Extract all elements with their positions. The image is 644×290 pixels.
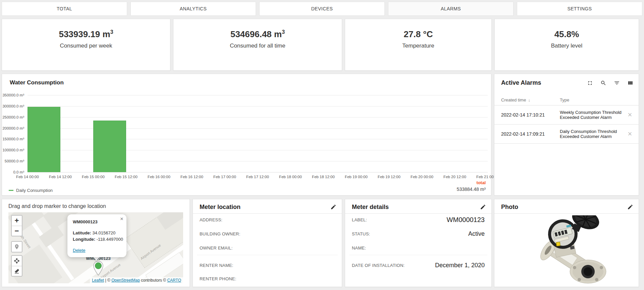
divider <box>494 213 639 214</box>
gridline <box>28 95 488 95</box>
alarm-row[interactable]: 2022-02-14 17:09:21 Daily Consumption Th… <box>494 124 639 144</box>
meter-details-title: Meter details <box>352 204 389 211</box>
column-created-time[interactable]: Created time↓ <box>501 97 560 102</box>
gridline <box>28 106 488 106</box>
tab-devices[interactable]: DEVICES <box>259 2 385 16</box>
y-axis-tick: 350000.0 m³ <box>2 93 24 97</box>
x-axis-tick: Feb 14 12:00 <box>49 175 72 179</box>
stat-card-consumed-week: 533939.19 m3 Consumed per week <box>2 19 170 71</box>
map-title: Drag and drop marker to change location <box>8 203 106 209</box>
alarms-table-header: Created time↓ Type <box>494 94 639 105</box>
consumption-bar <box>93 121 126 172</box>
carto-link[interactable]: CARTO <box>167 278 181 283</box>
alarm-type: Daily Consumption Threshold Exceeded Cus… <box>560 129 624 139</box>
openstreetmap-link[interactable]: OpenStreetMap <box>111 278 140 283</box>
x-axis-tick: Feb 20 12:00 <box>443 175 466 179</box>
alarm-time: 2022-02-14 17:09:21 <box>501 131 560 137</box>
zoom-out-button[interactable]: − <box>12 226 22 236</box>
stat-label: Consumed for all time <box>230 43 285 49</box>
photo-title: Photo <box>501 204 518 211</box>
tab-analytics[interactable]: ANALYTICS <box>130 2 256 16</box>
chart-title: Water Consumption <box>10 79 64 86</box>
chart-legend[interactable]: Daily Consumption <box>9 188 53 193</box>
map-block <box>39 225 64 247</box>
total-value: 533884.48 m³ <box>457 187 486 192</box>
value-date-of-installation: December 1, 2020 <box>435 262 485 269</box>
place-marker-icon[interactable] <box>12 242 22 252</box>
edit-icon[interactable] <box>480 204 486 210</box>
divider <box>197 255 338 255</box>
alarm-type: Weekly Consumption Threshold Exceeded Cu… <box>560 110 624 120</box>
divider <box>193 213 342 214</box>
search-icon[interactable] <box>600 80 606 86</box>
field-name: NAME: <box>352 245 366 250</box>
edit-icon[interactable] <box>627 204 633 210</box>
popup-close-icon[interactable]: × <box>120 216 123 222</box>
clear-alarm-icon[interactable]: × <box>624 130 636 138</box>
value-status: Active <box>468 230 485 237</box>
zoom-in-button[interactable]: + <box>12 216 22 226</box>
x-axis-tick: Feb 20 00:00 <box>411 175 433 179</box>
leaflet-link[interactable]: Leaflet <box>92 278 104 283</box>
tab-alarms[interactable]: ALARMS <box>388 2 514 16</box>
field-owner-email: OWNER EMAIL: <box>200 245 232 250</box>
meter-details-widget: Meter details LABEL: WM0000123 STATUS: A… <box>345 199 492 287</box>
stat-value: 27.8 °C <box>404 29 433 40</box>
stat-label: Consumed per week <box>60 43 112 49</box>
y-axis-tick: 250000.0 m³ <box>2 115 24 119</box>
eraser-icon[interactable] <box>12 266 22 276</box>
active-alarms-widget: Active Alarms Created time↓ Type 2022-02… <box>494 74 639 196</box>
x-axis-tick: Feb 15 00:00 <box>82 175 105 179</box>
water-meter-photo <box>520 215 614 284</box>
field-label: LABEL: <box>352 217 367 222</box>
divider <box>345 213 491 214</box>
move-marker-icon[interactable] <box>12 256 22 266</box>
column-type[interactable]: Type <box>560 97 569 102</box>
total-label: total <box>457 180 486 185</box>
y-axis-tick: 150000.0 m³ <box>2 137 24 141</box>
stat-label: Battery level <box>551 43 583 49</box>
field-date-of-installation: DATE OF INSTALLATION: <box>352 263 405 268</box>
popup-latitude: Latitude: 34.0156720 <box>73 230 115 235</box>
map-marker[interactable] <box>92 261 104 276</box>
stat-value: 45.8% <box>554 29 579 40</box>
field-renter-name: RENTER NAME: <box>200 263 233 268</box>
alarm-row[interactable]: 2022-02-14 17:10:21 Weekly Consumption T… <box>494 105 639 124</box>
alarms-title: Active Alarms <box>501 79 541 86</box>
delete-marker-link[interactable]: Delete <box>73 248 86 253</box>
tab-settings[interactable]: SETTINGS <box>517 2 642 16</box>
fullscreen-icon[interactable] <box>587 80 593 86</box>
x-axis-tick: Feb 19 12:00 <box>378 175 400 179</box>
stat-card-battery: 45.8% Battery level <box>494 19 639 71</box>
columns-icon[interactable] <box>627 80 633 86</box>
filter-icon[interactable] <box>614 80 620 86</box>
x-axis-tick: Feb 19 00:00 <box>345 175 368 179</box>
map-edit-control <box>11 255 22 277</box>
x-axis-tick: Feb 18 00:00 <box>279 175 302 179</box>
x-axis-tick: Feb 17 12:00 <box>246 175 269 179</box>
sort-desc-icon: ↓ <box>528 97 530 102</box>
y-axis-tick: 0.0 m³ <box>13 170 24 174</box>
legend-swatch <box>9 190 13 191</box>
tab-total[interactable]: TOTAL <box>2 2 127 16</box>
map-canvas[interactable]: 28th Street Airport Avenue Airport Avenu… <box>8 212 183 283</box>
stat-card-temperature: 27.8 °C Temperature <box>345 19 492 71</box>
edit-icon[interactable] <box>330 204 336 210</box>
stat-value: 534696.48 m3 <box>230 29 285 40</box>
divider <box>349 255 487 255</box>
legend-label: Daily Consumption <box>16 188 53 193</box>
x-axis-tick: Feb 15 12:00 <box>115 175 138 179</box>
marker-popup: × WM0000123 Latitude: 34.0156720 Longitu… <box>67 214 126 257</box>
x-axis-tick: Feb 14 00:00 <box>16 175 39 179</box>
popup-title: WM0000123 <box>73 219 98 224</box>
value-label: WM0000123 <box>447 216 485 224</box>
alarm-time: 2022-02-14 17:10:21 <box>501 112 560 118</box>
field-address: ADDRESS: <box>200 217 222 222</box>
stat-label: Temperature <box>402 43 434 49</box>
field-renter-phone: RENTER PHONE: <box>200 276 236 281</box>
x-axis-tick: Feb 18 12:00 <box>312 175 335 179</box>
y-axis-tick: 100000.0 m³ <box>2 148 24 152</box>
clear-alarm-icon[interactable]: × <box>624 111 636 119</box>
stat-value: 533939.19 m3 <box>59 29 113 40</box>
map-attribution: Leaflet | © OpenStreetMap contributors ©… <box>90 277 183 283</box>
